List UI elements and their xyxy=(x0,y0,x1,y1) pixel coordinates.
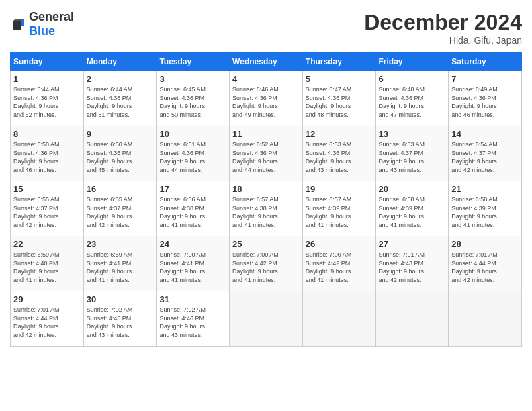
day-number: 18 xyxy=(232,184,300,194)
calendar-table: Sunday Monday Tuesday Wednesday Thursday… xyxy=(10,52,522,347)
day-number: 17 xyxy=(159,184,226,194)
table-row: 30Sunrise: 7:02 AM Sunset: 4:45 PM Dayli… xyxy=(83,291,157,347)
day-number: 6 xyxy=(379,74,446,84)
table-row xyxy=(230,291,303,347)
cell-info: Sunrise: 7:01 AM Sunset: 4:44 PM Dayligh… xyxy=(13,306,81,339)
calendar-week-2: 15Sunrise: 6:55 AM Sunset: 4:37 PM Dayli… xyxy=(11,181,522,236)
table-row: 11Sunrise: 6:52 AM Sunset: 4:36 PM Dayli… xyxy=(230,126,303,181)
cell-info: Sunrise: 6:46 AM Sunset: 4:36 PM Dayligh… xyxy=(232,85,300,119)
header-sunday: Sunday xyxy=(11,53,84,71)
cell-info: Sunrise: 7:02 AM Sunset: 4:45 PM Dayligh… xyxy=(87,306,154,339)
day-number: 7 xyxy=(451,74,519,84)
table-row: 2Sunrise: 6:44 AM Sunset: 4:36 PM Daylig… xyxy=(83,71,157,126)
cell-info: Sunrise: 7:01 AM Sunset: 4:43 PM Dayligh… xyxy=(379,250,446,284)
table-row: 20Sunrise: 6:58 AM Sunset: 4:39 PM Dayli… xyxy=(375,181,449,236)
table-row: 22Sunrise: 6:59 AM Sunset: 4:40 PM Dayli… xyxy=(11,236,84,291)
cell-info: Sunrise: 6:57 AM Sunset: 4:38 PM Dayligh… xyxy=(232,195,300,229)
day-number: 19 xyxy=(306,184,373,194)
table-row: 13Sunrise: 6:53 AM Sunset: 4:37 PM Dayli… xyxy=(375,126,449,181)
table-row: 9Sunrise: 6:50 AM Sunset: 4:36 PM Daylig… xyxy=(83,126,157,181)
day-number: 22 xyxy=(13,239,81,249)
table-row: 8Sunrise: 6:50 AM Sunset: 4:36 PM Daylig… xyxy=(11,126,84,181)
logo-icon xyxy=(10,16,26,32)
cell-info: Sunrise: 6:44 AM Sunset: 4:36 PM Dayligh… xyxy=(13,85,81,119)
svg-marker-1 xyxy=(13,21,21,30)
day-number: 13 xyxy=(379,129,446,139)
cell-info: Sunrise: 6:58 AM Sunset: 4:39 PM Dayligh… xyxy=(451,195,519,229)
day-number: 11 xyxy=(232,129,300,139)
header-tuesday: Tuesday xyxy=(157,53,230,71)
table-row: 3Sunrise: 6:45 AM Sunset: 4:36 PM Daylig… xyxy=(157,71,230,126)
day-number: 15 xyxy=(13,184,81,194)
table-row: 18Sunrise: 6:57 AM Sunset: 4:38 PM Dayli… xyxy=(230,181,303,236)
day-number: 23 xyxy=(87,239,154,249)
cell-info: Sunrise: 6:53 AM Sunset: 4:36 PM Dayligh… xyxy=(306,140,373,174)
cell-info: Sunrise: 6:55 AM Sunset: 4:37 PM Dayligh… xyxy=(13,195,81,229)
cell-info: Sunrise: 6:53 AM Sunset: 4:37 PM Dayligh… xyxy=(379,140,446,174)
day-number: 2 xyxy=(87,74,154,84)
day-number: 24 xyxy=(159,239,226,249)
logo-text: General Blue xyxy=(29,10,74,38)
cell-info: Sunrise: 7:00 AM Sunset: 4:41 PM Dayligh… xyxy=(159,250,226,284)
day-number: 8 xyxy=(13,129,81,139)
cell-info: Sunrise: 6:45 AM Sunset: 4:36 PM Dayligh… xyxy=(159,85,226,119)
table-row: 26Sunrise: 7:00 AM Sunset: 4:42 PM Dayli… xyxy=(302,236,375,291)
table-row: 5Sunrise: 6:47 AM Sunset: 4:36 PM Daylig… xyxy=(302,71,375,126)
cell-info: Sunrise: 6:57 AM Sunset: 4:39 PM Dayligh… xyxy=(306,195,373,229)
logo-blue: Blue xyxy=(29,24,55,38)
day-number: 5 xyxy=(306,74,373,84)
month-title: December 2024 xyxy=(364,10,522,35)
day-number: 27 xyxy=(379,239,446,249)
day-number: 16 xyxy=(87,184,154,194)
table-row: 1Sunrise: 6:44 AM Sunset: 4:36 PM Daylig… xyxy=(11,71,84,126)
table-row: 21Sunrise: 6:58 AM Sunset: 4:39 PM Dayli… xyxy=(449,181,522,236)
day-number: 9 xyxy=(87,129,154,139)
day-number: 10 xyxy=(159,129,226,139)
cell-info: Sunrise: 6:50 AM Sunset: 4:36 PM Dayligh… xyxy=(13,140,81,174)
cell-info: Sunrise: 6:59 AM Sunset: 4:41 PM Dayligh… xyxy=(87,250,154,284)
day-number: 30 xyxy=(87,294,154,304)
header-wednesday: Wednesday xyxy=(230,53,303,71)
cell-info: Sunrise: 6:47 AM Sunset: 4:36 PM Dayligh… xyxy=(306,85,373,119)
cell-info: Sunrise: 6:51 AM Sunset: 4:36 PM Dayligh… xyxy=(159,140,226,174)
title-area: December 2024 Hida, Gifu, Japan xyxy=(364,10,522,46)
day-number: 4 xyxy=(232,74,300,84)
table-row: 23Sunrise: 6:59 AM Sunset: 4:41 PM Dayli… xyxy=(83,236,157,291)
header-saturday: Saturday xyxy=(449,53,522,71)
table-row: 10Sunrise: 6:51 AM Sunset: 4:36 PM Dayli… xyxy=(157,126,230,181)
table-row: 19Sunrise: 6:57 AM Sunset: 4:39 PM Dayli… xyxy=(302,181,375,236)
cell-info: Sunrise: 6:54 AM Sunset: 4:37 PM Dayligh… xyxy=(451,140,519,174)
day-number: 1 xyxy=(13,74,81,84)
day-number: 12 xyxy=(306,129,373,139)
calendar-week-3: 22Sunrise: 6:59 AM Sunset: 4:40 PM Dayli… xyxy=(11,236,522,291)
table-row: 29Sunrise: 7:01 AM Sunset: 4:44 PM Dayli… xyxy=(11,291,84,347)
header-thursday: Thursday xyxy=(302,53,375,71)
table-row xyxy=(302,291,375,347)
table-row: 7Sunrise: 6:49 AM Sunset: 4:36 PM Daylig… xyxy=(449,71,522,126)
location-subtitle: Hida, Gifu, Japan xyxy=(364,35,522,46)
header-monday: Monday xyxy=(83,53,157,71)
logo-general: General xyxy=(29,10,74,24)
cell-info: Sunrise: 6:48 AM Sunset: 4:36 PM Dayligh… xyxy=(379,85,446,119)
calendar-week-4: 29Sunrise: 7:01 AM Sunset: 4:44 PM Dayli… xyxy=(11,291,522,347)
logo: General Blue xyxy=(10,10,74,38)
table-row: 4Sunrise: 6:46 AM Sunset: 4:36 PM Daylig… xyxy=(230,71,303,126)
cell-info: Sunrise: 7:00 AM Sunset: 4:42 PM Dayligh… xyxy=(232,250,300,284)
day-number: 29 xyxy=(13,294,81,304)
table-row: 31Sunrise: 7:02 AM Sunset: 4:46 PM Dayli… xyxy=(157,291,230,347)
header: General Blue December 2024 Hida, Gifu, J… xyxy=(10,10,522,46)
cell-info: Sunrise: 6:49 AM Sunset: 4:36 PM Dayligh… xyxy=(451,85,519,119)
cell-info: Sunrise: 6:59 AM Sunset: 4:40 PM Dayligh… xyxy=(13,250,81,284)
main-container: General Blue December 2024 Hida, Gifu, J… xyxy=(0,0,532,353)
table-row: 25Sunrise: 7:00 AM Sunset: 4:42 PM Dayli… xyxy=(230,236,303,291)
table-row: 24Sunrise: 7:00 AM Sunset: 4:41 PM Dayli… xyxy=(157,236,230,291)
weekday-header-row: Sunday Monday Tuesday Wednesday Thursday… xyxy=(11,53,522,71)
cell-info: Sunrise: 6:56 AM Sunset: 4:38 PM Dayligh… xyxy=(159,195,226,229)
table-row: 28Sunrise: 7:01 AM Sunset: 4:44 PM Dayli… xyxy=(449,236,522,291)
cell-info: Sunrise: 7:00 AM Sunset: 4:42 PM Dayligh… xyxy=(306,250,373,284)
table-row: 12Sunrise: 6:53 AM Sunset: 4:36 PM Dayli… xyxy=(302,126,375,181)
cell-info: Sunrise: 7:01 AM Sunset: 4:44 PM Dayligh… xyxy=(451,250,519,284)
cell-info: Sunrise: 6:50 AM Sunset: 4:36 PM Dayligh… xyxy=(87,140,154,174)
table-row: 27Sunrise: 7:01 AM Sunset: 4:43 PM Dayli… xyxy=(375,236,449,291)
calendar-week-1: 8Sunrise: 6:50 AM Sunset: 4:36 PM Daylig… xyxy=(11,126,522,181)
